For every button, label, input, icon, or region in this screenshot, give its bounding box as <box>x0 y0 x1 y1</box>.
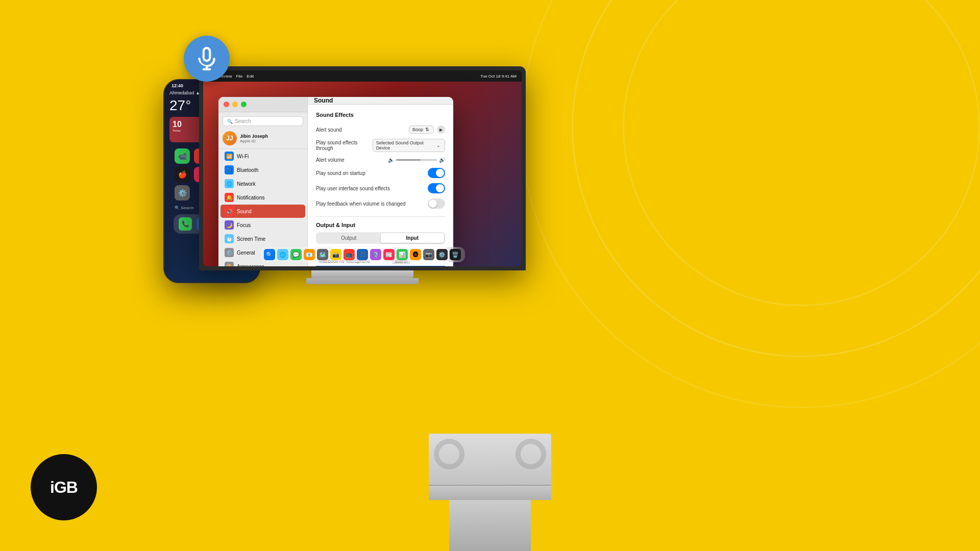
igb-logo: iGB <box>31 454 97 520</box>
sidebar-label-notifications: Notifications <box>237 195 264 201</box>
dock-app-finder[interactable]: 🔍 <box>264 249 275 260</box>
sidebar-search: 🔍 Search <box>218 112 307 128</box>
play-through-row: Play sound effects through Selected Soun… <box>316 136 445 155</box>
sidebar-item-network[interactable]: 🌐 Network <box>220 177 305 190</box>
feedback-label: Play feedback when volume is changed <box>316 201 406 207</box>
macbook-mockup: 🍎 Preview File Edit Tue Oct 18 9:41 AM <box>189 66 536 311</box>
dock-app-photos[interactable]: 📸 <box>330 249 341 260</box>
alert-sound-dropdown[interactable]: Boop ⇅ <box>409 126 434 134</box>
pillar-container <box>429 434 551 551</box>
microphone-icon-button[interactable] <box>184 36 230 82</box>
network-icon: 🌐 <box>225 179 234 188</box>
sidebar-item-focus[interactable]: 🌙 Focus <box>220 218 305 232</box>
tab-input[interactable]: Input <box>381 233 445 243</box>
macbook-wallpaper: 🔍 Search JJ Jibin Joseph Apple ID <box>203 82 522 266</box>
dock-app-settings[interactable]: ⚙️ <box>436 249 448 260</box>
user-info: Jibin Joseph Apple ID <box>240 134 303 143</box>
traffic-light-close[interactable] <box>224 102 229 107</box>
user-name: Jibin Joseph <box>240 134 303 139</box>
sidebar-item-sound[interactable]: 🔊 Sound <box>220 205 305 218</box>
dock-app-tv[interactable]: 📺 <box>344 249 355 260</box>
dock-app-screenshot[interactable]: 📷 <box>423 249 434 260</box>
sidebar-label-general: General <box>237 250 255 256</box>
play-through-dropdown[interactable]: Selected Sound Output Device ⌄ <box>373 139 445 152</box>
alert-volume-slider[interactable]: 🔈 🔊 <box>388 157 445 163</box>
sidebar-label-sound: Sound <box>237 209 252 214</box>
sidebar-item-bluetooth[interactable]: 🔵 Bluetooth <box>220 163 305 177</box>
sidebar-item-screentime[interactable]: ⏱️ Screen Time <box>220 232 305 245</box>
alert-sound-label: Alert sound <box>316 127 342 133</box>
play-through-selected: Selected Sound Output Device <box>376 140 434 151</box>
slider-track <box>396 159 437 161</box>
feedback-toggle[interactable] <box>428 198 445 209</box>
macbook-screen-inner: 🍎 Preview File Edit Tue Oct 18 9:41 AM <box>203 70 522 266</box>
ui-sounds-row: Play user interface sound effects <box>316 181 445 196</box>
output-input-title: Output & Input <box>316 222 445 228</box>
user-subtitle: Apple ID <box>240 139 303 143</box>
menubar-edit: Edit <box>247 74 254 79</box>
dock-app-news[interactable]: 📰 <box>383 249 395 260</box>
ui-toggle-knob <box>436 184 444 192</box>
sidebar-label-bluetooth: Bluetooth <box>237 167 258 173</box>
slider-fill <box>396 159 421 161</box>
iphone-time: 12:40 <box>172 83 183 88</box>
sidebar-item-notifications[interactable]: 🔔 Notifications <box>220 191 305 204</box>
traffic-light-maximize[interactable] <box>241 102 247 107</box>
bluetooth-icon: 🔵 <box>225 165 234 174</box>
appearance-icon: 🎨 <box>225 262 234 266</box>
play-through-label: Play sound effects through <box>316 140 373 151</box>
traffic-light-minimize[interactable] <box>232 102 238 107</box>
dock-app-maps[interactable]: 🗺️ <box>317 249 328 260</box>
macbook-foot <box>306 278 419 284</box>
tab-output[interactable]: Output <box>317 233 381 243</box>
volute-right <box>516 439 546 469</box>
macbook-screen-outer: 🍎 Preview File Edit Tue Oct 18 9:41 AM <box>199 66 526 270</box>
startup-sound-row: Play sound on startup <box>316 165 445 181</box>
dock-app-trash[interactable]: 🗑️ <box>450 249 461 260</box>
pillar-shaft <box>449 500 531 551</box>
volume-low-icon: 🔈 <box>388 157 394 163</box>
sidebar-label-screentime: Screen Time <box>237 236 265 242</box>
device-row-iphone[interactable]: Jibin's iPhone Microphone Continuity Cam… <box>316 266 445 266</box>
volume-high-icon: 🔊 <box>439 157 445 163</box>
focus-icon: 🌙 <box>225 220 234 230</box>
volute-left <box>434 439 464 469</box>
alert-volume-row: Alert volume 🔈 🔊 <box>316 155 445 165</box>
dock-app-safari[interactable]: 🌐 <box>277 249 288 260</box>
general-icon: ⚙️ <box>225 248 234 257</box>
ui-sounds-toggle[interactable] <box>428 183 445 193</box>
igb-logo-text: iGB <box>50 478 78 497</box>
dock-app-music[interactable]: 🎵 <box>357 249 368 260</box>
dock-app-podcasts[interactable]: 🎙️ <box>370 249 381 260</box>
startup-sound-toggle[interactable] <box>428 168 445 178</box>
menubar-file: File <box>236 74 242 79</box>
system-preferences-window: 🔍 Search JJ Jibin Joseph Apple ID <box>218 97 453 266</box>
sidebar-titlebar <box>218 97 307 112</box>
section-divider <box>316 216 445 217</box>
sidebar-label-focus: Focus <box>237 222 251 228</box>
search-box[interactable]: 🔍 Search <box>223 116 303 126</box>
sidebar-label-wifi: Wi-Fi <box>237 154 249 159</box>
macbook-dock: 🔍 🌐 💬 📧 🗺️ 📸 📺 🎵 🎙️ 📰 📊 🅐 📷 ⚙️ 🗑️ <box>260 247 465 262</box>
chevron-updown-icon: ⇅ <box>425 127 429 132</box>
main-titlebar: Sound <box>308 97 453 105</box>
dock-app-messages[interactable]: 💬 <box>290 249 302 260</box>
toggle-knob <box>436 169 444 177</box>
play-button[interactable]: ▶ <box>437 126 445 134</box>
user-avatar: JJ <box>223 131 237 145</box>
app-settings: ⚙️ <box>175 185 190 201</box>
main-title: Sound <box>314 97 333 104</box>
alert-sound-value: Boop ⇅ ▶ <box>409 126 445 134</box>
chevron-down-icon: ⌄ <box>436 143 440 148</box>
dock-app-numbers[interactable]: 📊 <box>397 249 408 260</box>
dock-app-mail[interactable]: 📧 <box>304 249 315 260</box>
main-body: Sound Effects Alert sound Boop ⇅ ▶ <box>308 105 453 266</box>
sidebar-user[interactable]: JJ Jibin Joseph Apple ID <box>218 128 307 149</box>
sidebar: 🔍 Search JJ Jibin Joseph Apple ID <box>218 97 308 266</box>
wifi-icon: 📶 <box>225 152 234 161</box>
macbook-menubar: 🍎 Preview File Edit Tue Oct 18 9:41 AM <box>203 70 522 82</box>
search-input[interactable]: Search <box>235 118 299 124</box>
startup-sound-label: Play sound on startup <box>316 170 365 176</box>
sidebar-item-wifi[interactable]: 📶 Wi-Fi <box>220 149 305 163</box>
dock-app-appstore[interactable]: 🅐 <box>410 249 421 260</box>
